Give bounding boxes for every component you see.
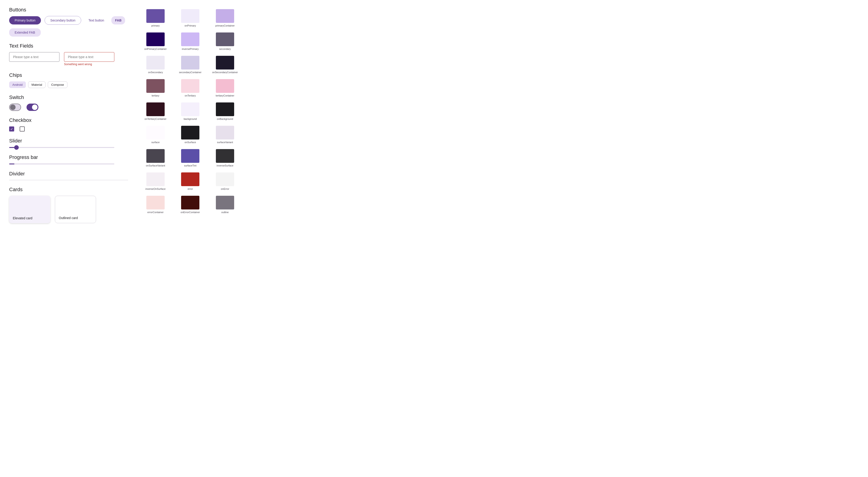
color-label-outline: outline <box>221 211 229 214</box>
buttons-section: Buttons Primary button Secondary button … <box>9 7 128 37</box>
color-swatch-tertiarycontainer <box>216 79 234 93</box>
progress-title: Progress bar <box>9 154 128 160</box>
divider-title: Divider <box>9 171 128 177</box>
color-label-inverseprimary: inversePrimary <box>182 47 198 50</box>
card-elevated-label: Elevated card <box>13 216 32 220</box>
secondary-button[interactable]: Secondary button <box>44 16 81 25</box>
primary-button[interactable]: Primary button <box>9 16 41 25</box>
color-label-surface: surface <box>151 141 160 144</box>
cards-title: Cards <box>9 187 128 193</box>
color-swatch-secondary <box>216 32 234 46</box>
color-label-onsecondary: onSecondary <box>148 71 163 74</box>
color-label-primary: primary <box>151 24 160 27</box>
color-item-onsurface: onSurface <box>177 126 204 144</box>
switch-section: Switch <box>9 94 128 111</box>
color-swatch-surfacevariant <box>216 126 234 139</box>
extended-fab-button[interactable]: Extended FAB <box>9 28 41 37</box>
color-item-inverseprimary: inversePrimary <box>177 32 204 50</box>
color-label-ontertiarycontainer: onTertiaryContainer <box>145 118 166 120</box>
color-label-onbackground: onBackground <box>217 118 233 120</box>
color-swatch-tertiary <box>146 79 165 93</box>
color-label-onprimary: onPrimary <box>185 24 196 27</box>
color-label-onsurfacevariant: onSurfaceVariant <box>146 164 165 167</box>
color-label-onerror: onError <box>221 188 229 190</box>
chip-android[interactable]: Android <box>9 82 26 88</box>
color-swatch-inversesurface <box>216 149 234 163</box>
text-field-error[interactable] <box>64 52 114 62</box>
color-item-onerrorcontainer: onErrorContainer <box>177 196 204 214</box>
switch-off[interactable] <box>9 104 21 111</box>
color-swatch-onsecondary <box>146 56 165 69</box>
color-item-primary: primary <box>142 9 169 27</box>
chip-compose[interactable]: Compose <box>48 82 67 88</box>
color-swatch-ontertiary <box>181 79 199 93</box>
color-label-tertiarycontainer: tertiaryContainer <box>216 94 234 97</box>
color-label-secondarycontainer: secondaryContainer <box>179 71 202 74</box>
color-label-primarycontainer: primaryContainer <box>215 24 235 27</box>
color-swatch-onerrorcontainer <box>181 196 199 210</box>
color-item-onbackground: onBackground <box>211 102 239 120</box>
chip-material[interactable]: Material <box>28 82 45 88</box>
cards-row: Elevated card Outlined card <box>9 196 128 223</box>
color-label-inversesurface: inverseSurface <box>217 164 233 167</box>
checkbox-checked[interactable]: ✓ <box>9 126 14 131</box>
chips-section: Chips Android Material Compose <box>9 72 128 88</box>
color-item-inverseonsurface: inverseOnSurface <box>142 172 169 190</box>
error-message: Something went wrong <box>64 63 114 66</box>
color-swatch-onprimarycontainer <box>146 32 165 46</box>
color-swatch-background <box>181 102 199 116</box>
card-outlined[interactable]: Outlined card <box>55 196 96 223</box>
buttons-row: Primary button Secondary button Text but… <box>9 16 128 37</box>
color-item-onprimary: onPrimary <box>177 9 204 27</box>
color-item-errorcontainer: errorContainer <box>142 196 169 214</box>
color-item-onerror: onError <box>211 172 239 190</box>
color-swatch-surfacetint <box>181 149 199 163</box>
color-item-secondarycontainer: secondaryContainer <box>177 56 204 74</box>
card-outlined-label: Outlined card <box>59 216 78 220</box>
color-item-onsecondarycontainer: onSecondaryContainer <box>211 56 239 74</box>
color-item-surface: surface <box>142 126 169 144</box>
progress-bar-fill <box>9 163 14 164</box>
card-elevated[interactable]: Elevated card <box>9 196 50 223</box>
color-item-ontertiary: onTertiary <box>177 79 204 97</box>
color-label-error: error <box>187 188 193 190</box>
color-item-tertiarycontainer: tertiaryContainer <box>211 79 239 97</box>
color-label-tertiary: tertiary <box>152 94 159 97</box>
progress-section: Progress bar <box>9 154 128 164</box>
switch-title: Switch <box>9 94 128 100</box>
progress-bar-track <box>9 163 114 164</box>
color-swatch-onsurface <box>181 126 199 139</box>
color-swatch-onsecondarycontainer <box>216 56 234 69</box>
slider-input[interactable] <box>9 147 114 148</box>
switch-on-track <box>27 104 38 111</box>
color-label-inverseonsurface: inverseOnSurface <box>146 188 165 190</box>
color-item-inversesurface: inverseSurface <box>211 149 239 167</box>
cards-section: Cards Elevated card Outlined card <box>9 187 128 223</box>
color-swatch-onsurfacevariant <box>146 149 165 163</box>
textfields-title: Text Fields <box>9 43 128 49</box>
text-field-error-wrap: Something went wrong <box>64 52 114 66</box>
chips-row: Android Material Compose <box>9 82 128 88</box>
switch-on[interactable] <box>27 104 38 111</box>
divider-section: Divider <box>9 171 128 180</box>
fab-button[interactable]: FAB <box>111 16 125 25</box>
color-item-ontertiarycontainer: onTertiaryContainer <box>142 102 169 120</box>
color-label-onprimarycontainer: onPrimaryContainer <box>144 47 167 50</box>
switch-off-track <box>9 104 21 111</box>
color-item-onprimarycontainer: onPrimaryContainer <box>142 32 169 50</box>
slider-section: Slider <box>9 138 128 148</box>
checkbox-section: Checkbox ✓ <box>9 117 128 131</box>
color-item-background: background <box>177 102 204 120</box>
color-item-outline: outline <box>211 196 239 214</box>
color-swatch-error <box>181 172 199 186</box>
checkbox-unchecked[interactable] <box>20 126 25 131</box>
color-label-secondary: secondary <box>219 47 231 50</box>
text-button[interactable]: Text button <box>85 16 108 25</box>
checkmark-icon: ✓ <box>10 127 13 131</box>
color-item-surfacevariant: surfaceVariant <box>211 126 239 144</box>
color-swatch-secondarycontainer <box>181 56 199 69</box>
color-swatch-outline <box>216 196 234 210</box>
text-field-normal[interactable] <box>9 52 59 62</box>
color-label-surfacetint: surfaceTint <box>184 164 196 167</box>
color-item-primarycontainer: primaryContainer <box>211 9 239 27</box>
